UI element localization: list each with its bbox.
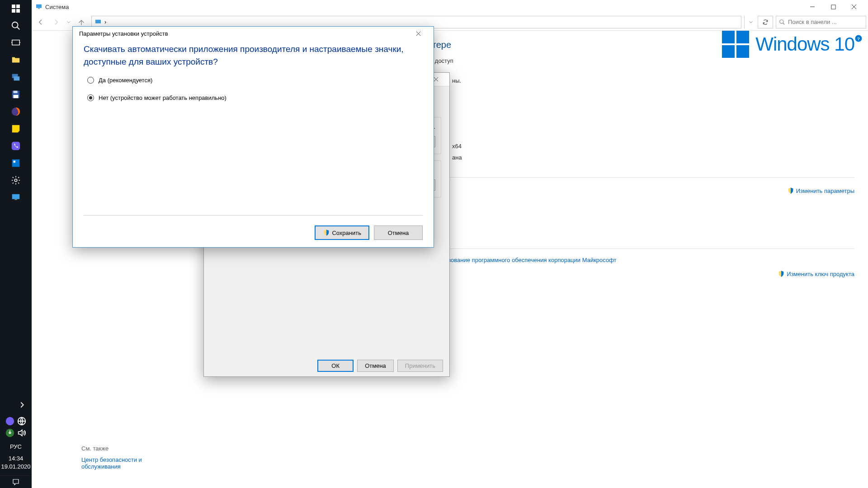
taskbar-app-firefox[interactable] bbox=[8, 104, 24, 119]
folder-icon bbox=[11, 55, 21, 65]
device-install-dialog: Параметры установки устройств Скачивать … bbox=[72, 26, 434, 248]
language-indicator[interactable]: РУС bbox=[0, 441, 32, 453]
gear-icon bbox=[11, 175, 21, 185]
svg-rect-8 bbox=[14, 91, 18, 94]
notification-icon bbox=[12, 478, 20, 486]
arrow-up-icon bbox=[78, 19, 85, 26]
search-icon bbox=[779, 19, 785, 25]
svg-line-1 bbox=[17, 27, 20, 30]
refresh-button[interactable] bbox=[758, 16, 773, 28]
taskbar: РУС 14:34 19.01.2020 bbox=[0, 0, 32, 488]
tray-network-icon[interactable] bbox=[17, 416, 27, 426]
radio-no[interactable]: Нет (устройство может работать неправиль… bbox=[87, 94, 419, 101]
taskbar-app-save[interactable] bbox=[8, 87, 24, 102]
svg-rect-15 bbox=[12, 194, 20, 199]
clock-time: 14:34 bbox=[0, 455, 32, 463]
close-icon bbox=[851, 4, 857, 9]
dialog-title: Параметры установки устройств bbox=[79, 30, 409, 37]
windows-logo-icon bbox=[722, 31, 749, 58]
nav-back-button[interactable] bbox=[33, 15, 48, 29]
ok-button[interactable]: ОК bbox=[317, 360, 354, 372]
remote-line2: вание bbox=[416, 64, 854, 71]
start-button[interactable] bbox=[8, 1, 24, 16]
radio-icon bbox=[87, 77, 94, 84]
viber-icon bbox=[11, 141, 21, 151]
svg-rect-21 bbox=[38, 8, 40, 9]
svg-line-29 bbox=[783, 23, 785, 24]
cancel-button[interactable]: Отмена bbox=[374, 225, 423, 240]
taskbar-app-sticky[interactable] bbox=[8, 121, 24, 136]
svg-point-14 bbox=[14, 179, 17, 182]
firefox-icon bbox=[11, 107, 21, 117]
chevron-down-icon bbox=[66, 20, 71, 24]
change-key-link[interactable]: Изменить ключ продукта bbox=[778, 270, 854, 277]
svg-rect-16 bbox=[14, 199, 17, 200]
status-text: ны. bbox=[452, 77, 854, 84]
tray-torrent-icon[interactable] bbox=[5, 428, 15, 438]
tray-volume-icon[interactable] bbox=[17, 428, 27, 438]
arch-text: x64 bbox=[452, 143, 854, 150]
breadcrumb-separator: › bbox=[104, 19, 106, 25]
window-minimize-button[interactable] bbox=[802, 0, 823, 14]
clock-date: 19.01.2020 bbox=[0, 463, 32, 471]
search-icon bbox=[11, 21, 21, 31]
taskbar-app-network[interactable] bbox=[8, 70, 24, 85]
taskbar-app-explorer[interactable] bbox=[8, 52, 24, 68]
radio-icon bbox=[87, 94, 94, 101]
minimize-icon bbox=[810, 4, 815, 9]
shield-icon bbox=[323, 229, 330, 236]
security-center-link[interactable]: Центр безопасности и обслуживания bbox=[81, 456, 154, 470]
link-text: Изменить параметры bbox=[796, 188, 854, 194]
search-placeholder: Поиск в панели ... bbox=[788, 19, 837, 25]
app-icon bbox=[11, 158, 21, 168]
svg-rect-11 bbox=[12, 142, 20, 150]
window-close-button[interactable] bbox=[844, 0, 864, 14]
svg-rect-27 bbox=[95, 19, 101, 23]
search-button[interactable] bbox=[8, 18, 24, 33]
svg-rect-2 bbox=[12, 40, 20, 45]
taskbar-app-generic2[interactable] bbox=[8, 190, 24, 205]
window-titlebar: Система bbox=[32, 0, 868, 14]
radio-yes[interactable]: Да (рекомендуется) bbox=[87, 77, 419, 84]
taskbar-app-viber[interactable] bbox=[8, 138, 24, 154]
svg-rect-20 bbox=[36, 5, 42, 8]
taskbar-app-settings[interactable] bbox=[8, 173, 24, 188]
search-box[interactable]: Поиск в панели ... bbox=[776, 16, 866, 28]
button-label: Сохранить bbox=[332, 230, 361, 236]
save-button[interactable]: Сохранить bbox=[315, 225, 369, 240]
address-dropdown-button[interactable] bbox=[744, 16, 757, 28]
network-icon bbox=[11, 72, 21, 82]
action-center-button[interactable] bbox=[0, 475, 32, 488]
task-view-button[interactable] bbox=[8, 35, 24, 51]
license-link[interactable]: ользование программного обеспечения корп… bbox=[439, 257, 617, 263]
shield-icon bbox=[787, 187, 794, 194]
avail-text: ана bbox=[452, 154, 854, 161]
computer-icon bbox=[94, 19, 102, 26]
arrow-right-icon bbox=[52, 19, 60, 26]
window-maximize-button[interactable] bbox=[823, 0, 844, 14]
svg-rect-9 bbox=[14, 95, 19, 98]
taskbar-app-generic1[interactable] bbox=[8, 155, 24, 171]
monitor-icon bbox=[11, 192, 21, 202]
nav-forward-button[interactable] bbox=[49, 15, 63, 29]
tray-expand-button[interactable] bbox=[0, 397, 32, 413]
cancel-button[interactable]: Отмена bbox=[357, 360, 394, 372]
maximize-icon bbox=[831, 5, 836, 9]
floppy-icon bbox=[11, 89, 21, 99]
chevron-right-icon bbox=[17, 400, 27, 410]
divider bbox=[84, 215, 423, 216]
taskbar-clock[interactable]: 14:34 19.01.2020 bbox=[0, 453, 32, 475]
computer-icon bbox=[35, 3, 42, 10]
svg-point-28 bbox=[780, 19, 783, 23]
svg-point-17 bbox=[6, 417, 14, 425]
dialog-close-button[interactable] bbox=[409, 27, 427, 40]
change-settings-link[interactable]: Изменить параметры bbox=[787, 187, 854, 194]
windows-logo-icon bbox=[12, 5, 20, 13]
see-also-title: См. также bbox=[81, 445, 154, 452]
nav-history-button[interactable] bbox=[64, 15, 73, 29]
dialog-heading: Скачивать автоматически приложения произ… bbox=[73, 40, 434, 77]
svg-rect-23 bbox=[831, 5, 835, 9]
tray-viber-icon[interactable] bbox=[5, 416, 15, 426]
apply-button[interactable]: Применить bbox=[397, 360, 443, 372]
os-brand-text: Windows 10 bbox=[755, 33, 854, 55]
